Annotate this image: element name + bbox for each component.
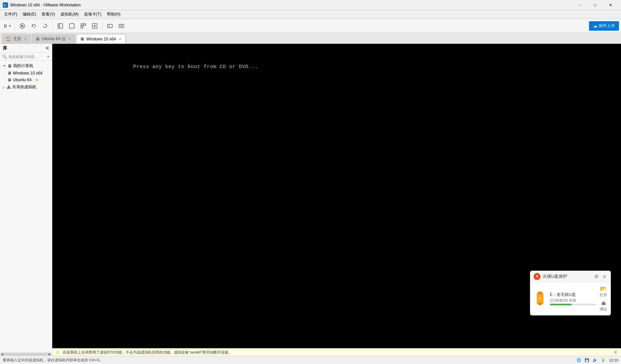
sidebar-item-shared-label: 共享的虚拟机 [12,84,36,90]
svg-rect-13 [108,24,112,28]
maximize-button[interactable]: □ [587,0,603,10]
restore-snapshot-button[interactable] [28,21,39,31]
settings-button[interactable] [116,21,127,31]
usb-progress-fill [550,304,572,305]
status-warning-bar: ⚠ 在该系统上全局禁用了虚拟打印功能，不会为该虚拟机启用此功能。虚拟设备"ser… [52,348,621,356]
usb-popup-header: 火 火绒U盘保护 ⚙ ∨ [530,271,611,282]
menu-vm[interactable]: 虚拟机(M) [58,11,81,18]
sidebar-scrollbar[interactable]: ◀ ▶ [0,352,52,356]
toolbar: ⏸ ▼ ☁ 插件 [0,19,621,33]
pause-dropdown-icon[interactable]: ▼ [8,24,11,28]
menu-tabs[interactable]: 选项卡(T) [81,11,104,18]
folder-open-icon: 📂 [600,285,607,292]
sidebar-item-windows10-label: Windows 10 x64 [13,71,42,75]
warning-close-button[interactable]: ✕ [614,350,618,355]
toolbar-separator-3 [102,22,102,30]
tab-win10-close[interactable]: ✕ [118,37,122,41]
svg-rect-11 [81,26,83,28]
svg-text:V: V [4,4,6,7]
pause-button[interactable]: ⏸ ▼ [2,21,12,31]
usb-open-button[interactable]: 📂 打开 [600,285,607,298]
usb-open-label: 打开 [600,293,607,298]
svg-marker-4 [32,25,33,27]
clock-display: 18:30 [609,358,618,362]
boot-message: Press any key to boot from CD or DVD... [133,64,258,70]
scroll-right-icon[interactable]: ▶ [49,352,51,356]
sidebar: 库 ✕ 🔍 ▼ ▼ 🖥 我的计算机 🖥 Windows 10 x64 🖥 Ub [0,44,52,356]
usb-popup-minimize-button[interactable]: ∨ [602,274,607,279]
usb-drive-name: E：老毛桃U盘 [550,292,596,298]
svg-rect-14 [119,24,124,28]
usb-protection-popup: 火 火绒U盘保护 ⚙ ∨ E：老毛桃U盘 13.8GB/29.3GB [530,271,611,315]
minimize-button[interactable]: − [572,0,587,10]
upload-button[interactable]: ☁ 插件上传 [589,21,619,31]
home-tab-icon: 🏠 [6,36,11,41]
shared-expander-icon: ▷ [3,85,5,89]
sidebar-item-my-computer[interactable]: ▼ 🖥 我的计算机 [0,62,52,70]
star-icon: ★ [35,78,39,82]
sidebar-item-ubuntu-label: Ubuntu 64 · [13,78,34,82]
sidebar-item-windows10[interactable]: 🖥 Windows 10 x64 [0,70,52,77]
tab-win10-label: Windows 10 x64 [86,37,116,41]
scroll-left-icon[interactable]: ◀ [1,352,3,356]
normal-view-button[interactable] [55,21,66,31]
expander-icon: ▼ [3,64,6,68]
menu-help[interactable]: 帮助(H) [104,11,123,18]
svg-point-20 [539,297,541,300]
tab-home[interactable]: 🏠 主页 ✕ [2,34,31,43]
tab-ubuntu[interactable]: 🖥 Ubuntu 64 位 ✕ [32,34,76,43]
shared-icon: 🖧 [7,85,11,90]
search-input[interactable] [8,55,45,59]
win10-tab-icon: 🖥 [80,36,84,41]
vm-windows-icon: 🖥 [7,71,11,75]
upload-btn-label: 插件上传 [599,23,615,29]
tab-home-label: 主页 [13,36,21,42]
close-button[interactable]: ✕ [603,0,618,10]
console-button[interactable] [105,21,115,31]
usb-status-icon: 💾 [585,358,589,362]
tab-ubuntu-close[interactable]: ✕ [68,37,72,41]
sidebar-tree: ▼ 🖥 我的计算机 🖥 Windows 10 x64 🖥 Ubuntu 64 ·… [0,61,52,352]
sidebar-item-my-computer-label: 我的计算机 [13,63,33,69]
svg-rect-7 [59,24,60,28]
unity-button[interactable] [78,21,89,31]
take-snapshot-button[interactable] [40,21,51,31]
search-dropdown-icon[interactable]: ▼ [47,55,50,59]
sidebar-search[interactable]: 🔍 ▼ [0,53,52,61]
vm-screen[interactable]: Press any key to boot from CD or DVD... … [52,44,621,356]
tab-bar: 🏠 主页 ✕ 🖥 Ubuntu 64 位 ✕ 🖥 Windows 10 x64 … [0,33,621,44]
ubuntu-tab-icon: 🖥 [35,36,40,41]
title-bar: V Windows 10 x64 - VMware Workstation − … [0,0,621,10]
usb-popup-body: E：老毛桃U盘 13.8GB/29.3GB 📂 打开 ⏏ 弹出 [530,282,611,315]
usb-popup-settings-button[interactable]: ⚙ [593,274,600,279]
vm-ubuntu-icon: 🖥 [7,78,11,82]
main-layout: 库 ✕ 🔍 ▼ ▼ 🖥 我的计算机 🖥 Windows 10 x64 🖥 Ub [0,44,621,356]
computer-icon: 🖥 [7,63,12,68]
menu-file[interactable]: 文件(F) [1,11,20,18]
warning-text: 在该系统上全局禁用了虚拟打印功能，不会为该虚拟机启用此功能。虚拟设备"seria… [63,350,232,355]
pause-icon: ⏸ [3,23,8,29]
eject-icon: ⏏ [601,300,606,306]
toolbar-separator-2 [53,22,53,30]
usb-eject-button[interactable]: ⏏ 弹出 [600,300,607,312]
usb-drive-icon [534,290,546,307]
vmware-icon: V [3,2,8,8]
sidebar-item-ubuntu[interactable]: 🖥 Ubuntu 64 · ★ [0,77,52,83]
tab-home-close[interactable]: ✕ [23,37,27,41]
usb-drive-size: 13.8GB/29.3GB [550,298,596,302]
snapshot-button[interactable] [17,21,28,31]
menu-view[interactable]: 查看(V) [39,11,58,18]
fire-shield-icon: 火 [534,273,540,280]
fullscreen-button[interactable] [66,21,77,31]
network-icon: 🌐 [576,358,581,362]
search-icon: 🔍 [2,54,7,59]
status-bar-right: 🌐 💾 🔊 🔋 18:30 [576,358,618,362]
menu-edit[interactable]: 编辑(E) [20,11,39,18]
sidebar-item-shared[interactable]: ▷ 🖧 共享的虚拟机 [0,83,52,91]
window-controls[interactable]: − □ ✕ [572,0,618,10]
stretch-button[interactable] [89,21,100,31]
speaker-icon: 🔊 [593,358,597,362]
tab-win10[interactable]: 🖥 Windows 10 x64 ✕ [76,34,126,43]
cloud-upload-icon: ☁ [593,23,597,28]
sidebar-close-button[interactable]: ✕ [45,46,49,51]
